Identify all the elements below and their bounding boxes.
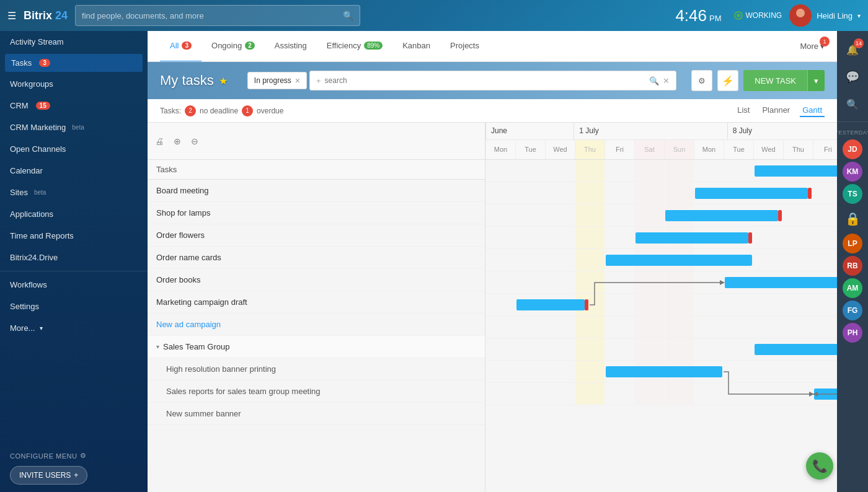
sidebar-item-applications[interactable]: Applications (0, 203, 148, 225)
lock-icon-item[interactable]: 🔒 (840, 206, 865, 231)
expand-icon[interactable]: ▾ (156, 343, 159, 350)
sidebar-item-crm-marketing[interactable]: CRM Marketing beta (0, 116, 148, 138)
sidebar-item-sites[interactable]: Sites beta (0, 182, 148, 203)
sidebar-item-activity-stream[interactable]: Activity Stream (0, 31, 148, 53)
list-view-toggle[interactable]: List (735, 104, 752, 117)
tab-efficiency[interactable]: Efficiency 89% (317, 31, 392, 62)
gantt-body: 🖨 ⊕ ⊖ Tasks Board meeting Shop for (148, 123, 837, 492)
configure-menu[interactable]: CONFIGURE MENU ⚙ (10, 452, 138, 460)
gantt-grid-cell (753, 294, 783, 315)
global-search-input[interactable] (82, 11, 343, 20)
settings-button[interactable]: ⚙ (691, 70, 712, 91)
user-avatar-2[interactable]: KM (843, 162, 862, 182)
user-avatar-6[interactable]: AM (843, 278, 862, 298)
gantt-grid-cell (515, 160, 545, 182)
configure-menu-label: CONFIGURE MENU (10, 452, 77, 460)
month-labels: June 1 July 8 July (485, 123, 837, 140)
gantt-grid-cell (634, 316, 664, 338)
gantt-grid-cell (813, 182, 837, 204)
user-avatar-4[interactable]: LP (843, 234, 862, 253)
gantt-grid-cell (575, 361, 604, 382)
gantt-grid-cell (575, 383, 604, 405)
day-fri: Fri (604, 140, 634, 159)
invite-users-button[interactable]: INVITE USERS + (10, 466, 87, 485)
sidebar-item-settings[interactable]: Settings (0, 296, 148, 317)
new-task-button[interactable]: NEW TASK (743, 70, 807, 91)
gantt-grid-cell (515, 316, 545, 338)
gantt-grid-cell (545, 182, 575, 204)
new-task-dropdown-button[interactable]: ▾ (807, 70, 825, 91)
user-avatar-7[interactable]: FG (843, 301, 862, 320)
right-sidebar: 🔔 14 💬 🔍 Yesterday JD KM TS 🔒 LP RB AM F… (837, 31, 868, 492)
tab-all[interactable]: All 3 (160, 31, 202, 62)
filter-search[interactable]: + 🔍 ✕ (309, 71, 676, 90)
gantt-chart: 🖨 ⊕ ⊖ Tasks Board meeting Shop for (148, 123, 837, 492)
tab-projects[interactable]: Projects (440, 31, 489, 62)
gantt-grid-cell (545, 361, 575, 382)
zoom-in-icon[interactable]: ⊕ (171, 134, 184, 149)
sidebar-item-calendar[interactable]: Calendar (0, 160, 148, 182)
lightning-button[interactable]: ⚡ (717, 70, 738, 91)
gantt-grid-cell (604, 182, 634, 204)
chat-button[interactable]: 💬 (840, 64, 865, 89)
day-fri2: Fri (813, 140, 837, 159)
sidebar-bottom: CONFIGURE MENU ⚙ INVITE USERS + (0, 444, 148, 492)
filter-tag-remove[interactable]: × (295, 76, 300, 86)
search-button[interactable]: 🔍 (840, 92, 865, 116)
gantt-tasks-column: 🖨 ⊕ ⊖ Tasks Board meeting Shop for (148, 123, 485, 492)
gantt-grid-cell (813, 361, 837, 382)
user-avatar-1[interactable]: JD (843, 139, 862, 159)
sidebar-item-workflows[interactable]: Workflows (0, 274, 148, 296)
tab-assisting[interactable]: Assisting (265, 31, 317, 62)
task-link[interactable]: New ad campaign (156, 320, 221, 329)
sidebar-item-more[interactable]: More... ▾ (0, 317, 148, 339)
clear-icon[interactable]: ✕ (663, 76, 670, 86)
tasks-info: Tasks: 2 no deadline 1 overdue (160, 105, 283, 116)
sidebar-item-crm[interactable]: CRM 15 (0, 95, 148, 116)
gantt-grid-cell (604, 294, 634, 315)
user-avatar-8[interactable]: PH (843, 323, 862, 343)
sidebar-item-open-channels[interactable]: Open Channels (0, 138, 148, 160)
page-title: My tasks ★ (160, 72, 228, 89)
gantt-grid-cell (575, 227, 604, 248)
planner-view-toggle[interactable]: Planner (760, 104, 792, 117)
tab-kanban[interactable]: Kanban (392, 31, 440, 62)
user-avatar-3[interactable]: TS (843, 184, 862, 204)
sidebar-item-tasks[interactable]: Tasks 3 (5, 54, 143, 72)
tabs-more-button[interactable]: More ▾ 1 (800, 42, 825, 51)
gantt-grid-cell (604, 271, 634, 293)
day-tue2: Tue (724, 140, 753, 159)
filter-search-input[interactable] (325, 76, 650, 85)
gantt-view-toggle[interactable]: Gantt (800, 104, 825, 117)
zoom-out-icon[interactable]: ⊖ (188, 134, 201, 149)
gantt-grid-cell (724, 271, 753, 293)
gantt-grid-cell (783, 316, 813, 338)
tab-ongoing[interactable]: Ongoing 2 (202, 31, 265, 62)
gantt-grid-row (485, 227, 837, 249)
print-icon[interactable]: 🖨 (153, 134, 166, 149)
gantt-grid-cell (515, 249, 545, 271)
sidebar-item-workgroups[interactable]: Workgroups (0, 73, 148, 95)
sidebar-item-time-reports[interactable]: Time and Reports (0, 225, 148, 247)
gantt-grid-cell (485, 338, 515, 360)
gantt-grid-cell (485, 294, 515, 315)
table-row: New summer banner (148, 403, 485, 425)
user-avatar-5[interactable]: RB (843, 256, 862, 276)
gantt-grid-cell (604, 338, 634, 360)
tasks-subheader: Tasks: 2 no deadline 1 overdue List Plan… (148, 99, 837, 123)
sidebar-item-bitrix-drive[interactable]: Bitrix24.Drive (0, 247, 148, 268)
gantt-grid-cell (664, 271, 694, 293)
gantt-grid-cell (694, 204, 724, 226)
gantt-grid-cell (575, 160, 604, 182)
user-profile[interactable]: Heidi Ling ▾ (789, 4, 861, 27)
day-mon: Mon (485, 140, 515, 159)
phone-button[interactable]: 📞 (806, 452, 833, 480)
svg-point-1 (792, 18, 809, 27)
gantt-grid-cell (515, 182, 545, 204)
global-search-bar[interactable]: 🔍 (75, 5, 360, 26)
gantt-grid-cell (813, 383, 837, 405)
day-wed2: Wed (753, 140, 783, 159)
star-icon[interactable]: ★ (219, 75, 228, 87)
hamburger-icon[interactable]: ☰ (7, 10, 16, 22)
notifications-button[interactable]: 🔔 14 (840, 37, 865, 62)
